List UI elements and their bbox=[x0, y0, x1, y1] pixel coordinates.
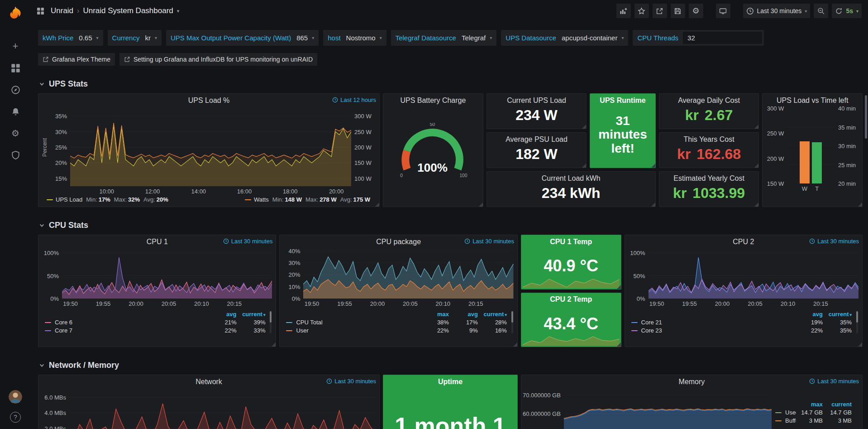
variable-value-dropdown[interactable]: apcupsd-container▾ bbox=[561, 34, 628, 42]
panel-title[interactable]: Current UPS Load bbox=[507, 96, 566, 105]
panel-title[interactable]: CPU 1 bbox=[147, 238, 168, 246]
zoom-out-button[interactable] bbox=[814, 4, 828, 18]
create-plus-icon[interactable]: + bbox=[5, 36, 26, 56]
variable-value-dropdown[interactable]: kr▾ bbox=[144, 34, 162, 42]
legend-column-header[interactable]: current bbox=[825, 400, 854, 408]
variable-cpu-threads[interactable]: CPU Threads 32 bbox=[633, 30, 764, 46]
explore-compass-icon[interactable] bbox=[5, 80, 26, 100]
server-admin-shield-icon[interactable] bbox=[5, 145, 26, 165]
panel-title[interactable]: Memory bbox=[679, 378, 705, 386]
legend-series[interactable]: Core 23 bbox=[631, 327, 796, 334]
variable-ups-datasource[interactable]: UPS Datasource apcupsd-container▾ bbox=[501, 30, 628, 46]
legend-column-header[interactable]: avg bbox=[451, 310, 480, 318]
panel-title[interactable]: UPS Runtime bbox=[600, 96, 645, 105]
panel-title[interactable]: CPU package bbox=[376, 238, 421, 246]
panel-time-range-link[interactable]: Last 30 minutes bbox=[809, 378, 859, 385]
refresh-interval-label[interactable]: 5s bbox=[846, 7, 853, 14]
panel-time-range-link[interactable]: Last 12 hours bbox=[332, 96, 376, 103]
panel-title[interactable]: CPU 1 Temp bbox=[550, 238, 592, 246]
legend-series[interactable]: WattsMin:148 WMax:278 WAvg:175 W bbox=[245, 196, 370, 203]
breadcrumb-folder[interactable]: Unraid bbox=[51, 6, 73, 15]
plot-area bbox=[564, 390, 772, 429]
panel-title[interactable]: UPS Load vs Time left bbox=[777, 96, 848, 105]
dashboard-settings-gear-icon[interactable]: ⚙ bbox=[689, 4, 703, 18]
cpu-threads-input[interactable]: 32 bbox=[683, 32, 762, 44]
legend-value: 3 MB bbox=[825, 417, 854, 424]
legend-series[interactable]: CPU Total bbox=[286, 318, 422, 326]
legend-series[interactable]: Buffered bbox=[775, 417, 796, 424]
panel-time-range-link[interactable]: Last 30 minutes bbox=[326, 378, 376, 385]
title-caret-down-icon[interactable]: ▾ bbox=[177, 8, 180, 14]
variable-value-dropdown[interactable]: Nostromo▾ bbox=[345, 34, 386, 42]
variable-telegraf-datasource[interactable]: Telegraf Datasource Telegraf▾ bbox=[391, 30, 497, 46]
cycle-view-monitor-icon[interactable] bbox=[716, 4, 730, 18]
panel-title[interactable]: Estimated Yearly Cost bbox=[673, 174, 744, 183]
refresh-button[interactable]: 5s ▾ bbox=[832, 4, 862, 18]
panel-title[interactable]: Network bbox=[196, 378, 222, 386]
panel-time-range-link[interactable]: Last 30 minutes bbox=[809, 238, 859, 245]
legend-series[interactable]: Core 21 bbox=[631, 318, 796, 326]
add-panel-button[interactable] bbox=[616, 4, 631, 18]
user-avatar[interactable] bbox=[9, 390, 22, 404]
legend-column-header[interactable]: avg bbox=[210, 310, 238, 318]
legend-column-header[interactable]: current▾ bbox=[480, 310, 509, 318]
legend-column-header[interactable]: avg bbox=[796, 310, 825, 318]
link-label: Grafana Plex Theme bbox=[52, 56, 110, 63]
series-color-dash bbox=[775, 420, 782, 421]
axis-tick: 40% bbox=[288, 247, 300, 254]
legend-column-header[interactable]: max bbox=[422, 310, 451, 318]
panel-title[interactable]: CPU 2 bbox=[733, 238, 754, 246]
variable-host[interactable]: host Nostromo▾ bbox=[323, 30, 386, 46]
variable-value-dropdown[interactable]: 0.65▾ bbox=[78, 34, 103, 42]
variable-value-dropdown[interactable]: 865▾ bbox=[296, 34, 319, 42]
star-button[interactable] bbox=[634, 4, 649, 18]
panel-time-range-link[interactable]: Last 30 minutes bbox=[223, 238, 273, 245]
dashboard-grid-icon[interactable] bbox=[33, 4, 47, 18]
stat-val: 148 W bbox=[285, 196, 302, 203]
section-header-ups-stats[interactable]: UPS Stats bbox=[39, 79, 863, 89]
dashboards-icon[interactable] bbox=[5, 58, 26, 78]
panel-title[interactable]: CPU 2 Temp bbox=[550, 295, 592, 304]
legend-scrollbar[interactable] bbox=[856, 311, 858, 333]
legend-scrollbar[interactable] bbox=[511, 311, 513, 333]
legend-column-header[interactable]: max bbox=[796, 400, 825, 408]
series-name: User bbox=[296, 327, 308, 334]
legend-column-header[interactable]: current▾ bbox=[825, 310, 854, 318]
variable-kwh-price[interactable]: kWh Price 0.65▾ bbox=[38, 30, 103, 46]
help-icon[interactable]: ? bbox=[10, 412, 21, 423]
section-header-network-memory[interactable]: Network / Memory bbox=[39, 361, 863, 370]
legend-series[interactable]: UPS LoadMin:17%Max:32%Avg:20% bbox=[47, 196, 168, 203]
legend-column-header[interactable]: current▾ bbox=[238, 310, 267, 318]
variable-value-dropdown[interactable]: Telegraf▾ bbox=[461, 34, 496, 42]
save-dashboard-button[interactable] bbox=[671, 4, 685, 18]
legend-series[interactable]: User bbox=[286, 327, 422, 334]
panel-title[interactable]: Current Load kWh bbox=[542, 174, 601, 183]
alerting-bell-icon[interactable] bbox=[5, 101, 26, 121]
time-range-picker[interactable]: Last 30 minutes ▾ bbox=[743, 4, 811, 18]
panel-title[interactable]: Average Daily Cost bbox=[678, 96, 740, 105]
variable-currency[interactable]: Currency kr▾ bbox=[108, 30, 162, 46]
dashboard-link-ups-guide[interactable]: Setting up Grafana and InfluxDB for UPS … bbox=[119, 53, 317, 66]
panel-title[interactable]: Average PSU Load bbox=[506, 135, 568, 144]
page-scrollbar[interactable] bbox=[865, 95, 867, 139]
panel-time-range-link[interactable]: Last 30 minutes bbox=[464, 238, 514, 245]
legend-scrollbar[interactable] bbox=[270, 311, 272, 333]
panel-title[interactable]: UPS Load % bbox=[188, 96, 230, 105]
legend-series[interactable]: Core 7 bbox=[45, 327, 210, 334]
share-button[interactable] bbox=[653, 4, 667, 18]
panel-title[interactable]: This Years Cost bbox=[684, 135, 734, 144]
axis-tick: 30% bbox=[55, 128, 67, 135]
legend: maxcurrentUsed14.7 GB14.7 GBBuffered3 MB… bbox=[772, 400, 858, 424]
series-color-dash bbox=[286, 330, 292, 331]
dashboard-title[interactable]: Unraid System Dashboard bbox=[83, 6, 173, 15]
configuration-gear-icon[interactable]: ⚙ bbox=[5, 123, 26, 143]
grafana-app: + ⚙ ? Unraid › Unraid System Dashboard bbox=[0, 0, 868, 429]
panel-title[interactable]: UPS Battery Charge bbox=[400, 96, 466, 105]
legend-series[interactable]: Core 6 bbox=[45, 318, 210, 326]
variable-ups-max-output[interactable]: UPS Max Output Power Capacity (Watt) 865… bbox=[166, 30, 319, 46]
legend-series[interactable]: Used bbox=[775, 409, 796, 416]
dashboard-link-plex-theme[interactable]: Grafana Plex Theme bbox=[38, 53, 115, 66]
grafana-logo-icon[interactable] bbox=[6, 5, 24, 24]
section-header-cpu-stats[interactable]: CPU Stats bbox=[39, 221, 863, 230]
panel-title[interactable]: Uptime bbox=[438, 378, 463, 386]
